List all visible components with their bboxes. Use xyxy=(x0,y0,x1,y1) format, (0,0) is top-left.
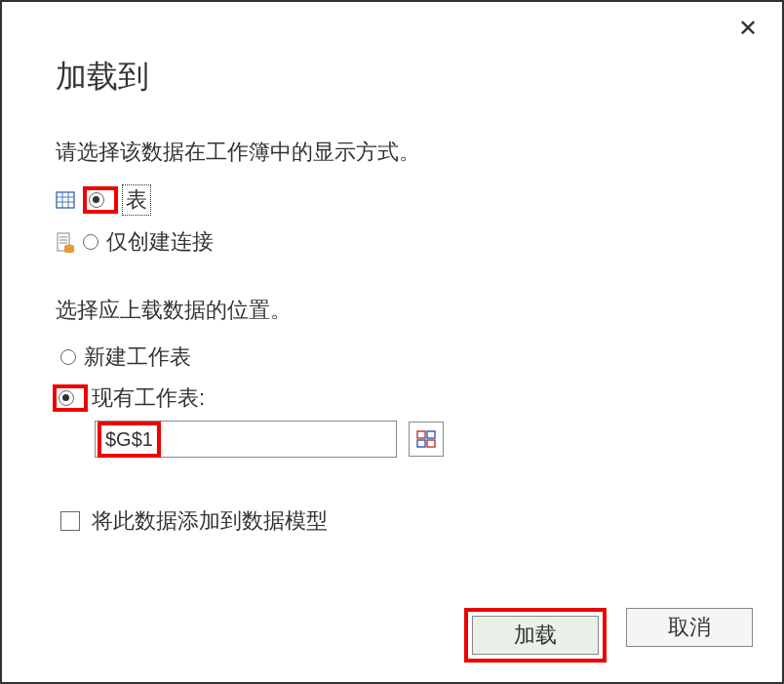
data-model-checkbox[interactable] xyxy=(60,511,80,531)
dialog-content: 请选择该数据在工作簿中的显示方式。 表 xyxy=(2,99,782,536)
table-radio-highlight xyxy=(83,186,118,214)
svg-rect-12 xyxy=(417,431,425,438)
cell-input-value: $G$1 xyxy=(105,428,153,450)
new-sheet-row: 新建工作表 xyxy=(60,342,728,372)
svg-rect-13 xyxy=(427,431,435,438)
existing-sheet-row: 现有工作表: xyxy=(53,383,728,413)
table-option-row: 表 xyxy=(56,184,728,216)
range-picker-button[interactable] xyxy=(409,422,444,457)
location-options: 新建工作表 现有工作表: $G$1 xyxy=(56,342,728,458)
new-sheet-radio[interactable] xyxy=(60,349,76,365)
svg-point-11 xyxy=(64,249,74,253)
button-bar: 加载 取消 xyxy=(464,608,753,663)
location-section: 选择应上载数据的位置。 新建工作表 现有工作表: $G$1 xyxy=(56,296,728,458)
location-label: 选择应上载数据的位置。 xyxy=(56,296,728,325)
svg-rect-0 xyxy=(57,192,74,208)
new-sheet-label[interactable]: 新建工作表 xyxy=(84,342,191,372)
svg-rect-14 xyxy=(417,440,425,447)
close-icon: ✕ xyxy=(738,15,758,42)
existing-sheet-label[interactable]: 现有工作表: xyxy=(92,383,205,413)
cell-input-highlight: $G$1 xyxy=(98,422,161,458)
table-radio[interactable] xyxy=(89,192,104,208)
existing-sheet-radio[interactable] xyxy=(59,390,74,406)
load-to-dialog: ✕ 加载到 请选择该数据在工作簿中的显示方式。 表 xyxy=(0,0,784,684)
display-mode-label: 请选择该数据在工作簿中的显示方式。 xyxy=(56,138,728,167)
cell-input-row: $G$1 xyxy=(60,421,728,458)
connection-radio[interactable] xyxy=(83,234,98,250)
connection-icon xyxy=(56,231,75,253)
cell-input-container[interactable]: $G$1 xyxy=(95,421,397,458)
table-icon xyxy=(56,191,75,209)
data-model-row: 将此数据添加到数据模型 xyxy=(56,506,728,536)
load-button[interactable]: 加载 xyxy=(472,616,599,655)
connection-option-row: 仅创建连接 xyxy=(56,227,728,257)
range-picker-icon xyxy=(416,430,436,448)
table-option-label[interactable]: 表 xyxy=(122,184,151,216)
existing-radio-highlight xyxy=(53,384,88,412)
close-button[interactable]: ✕ xyxy=(733,14,763,43)
connection-option-label[interactable]: 仅创建连接 xyxy=(106,227,214,257)
data-model-label[interactable]: 将此数据添加到数据模型 xyxy=(92,506,328,536)
svg-rect-15 xyxy=(427,440,435,447)
cancel-button[interactable]: 取消 xyxy=(626,608,753,647)
dialog-title: 加载到 xyxy=(2,2,782,99)
load-button-highlight: 加载 xyxy=(464,608,607,663)
